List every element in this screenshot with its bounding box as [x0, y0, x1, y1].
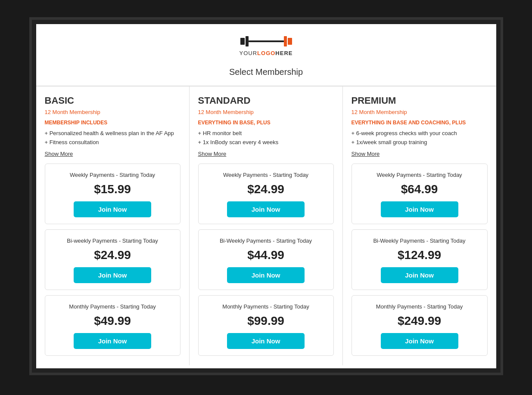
- pricing-cards-area: Weekly Payments - Starting Today $24.99 …: [198, 164, 334, 361]
- pricing-card-basic-weekly: Weekly Payments - Starting Today $15.99 …: [45, 164, 180, 224]
- logo-text: YOURLOGOHERE: [240, 50, 293, 56]
- svg-rect-2: [249, 40, 284, 42]
- pricing-card-standard-biweekly: Bi-Weekly Payments - Starting Today $44.…: [198, 229, 334, 290]
- pricing-card-title: Weekly Payments - Starting Today: [205, 172, 327, 178]
- plan-includes: EVERYTHING IN BASE, PLUS: [198, 120, 334, 126]
- plan-duration: 12 Month Membership: [352, 109, 488, 115]
- svg-rect-1: [246, 36, 249, 46]
- show-more-link[interactable]: Show More: [198, 151, 227, 157]
- logo-area: YOURLOGOHERE: [240, 33, 293, 56]
- plan-features: + 6-week progress checks with your coach…: [352, 129, 488, 147]
- pricing-card-standard-weekly: Weekly Payments - Starting Today $24.99 …: [198, 164, 334, 224]
- pricing-amount: $249.99: [358, 314, 481, 328]
- join-now-button-standard-monthly[interactable]: Join Now: [227, 333, 305, 349]
- plan-feature: + 1x InBody scan every 4 weeks: [198, 138, 334, 147]
- show-more-link[interactable]: Show More: [45, 151, 73, 157]
- pricing-card-premium-weekly: Weekly Payments - Starting Today $64.99 …: [352, 164, 488, 224]
- logo-icon: [240, 33, 292, 50]
- pricing-amount: $24.99: [205, 182, 327, 196]
- pricing-amount: $99.99: [205, 314, 327, 328]
- pricing-card-title: Weekly Payments - Starting Today: [358, 172, 481, 178]
- plan-duration: 12 Month Membership: [198, 109, 334, 115]
- page-title: Select Membership: [229, 61, 303, 81]
- plan-feature: + Fitness consultation: [45, 138, 180, 147]
- plan-feature: + HR monitor belt: [198, 129, 334, 138]
- pricing-amount: $15.99: [52, 182, 174, 196]
- pricing-amount: $24.99: [52, 248, 174, 262]
- pricing-card-basic-monthly: Monthly Payments - Starting Today $49.99…: [45, 295, 180, 356]
- plan-feature: + Personalized health & wellness plan in…: [45, 129, 180, 138]
- join-now-button-basic-biweekly[interactable]: Join Now: [74, 267, 151, 283]
- pricing-amount: $124.99: [358, 248, 481, 262]
- svg-rect-3: [284, 36, 287, 46]
- join-now-button-premium-weekly[interactable]: Join Now: [381, 201, 458, 217]
- pricing-card-title: Bi-weekly Payments - Starting Today: [52, 238, 174, 244]
- join-now-button-premium-monthly[interactable]: Join Now: [381, 333, 458, 349]
- plan-features: + HR monitor belt+ 1x InBody scan every …: [198, 129, 334, 147]
- join-now-button-basic-weekly[interactable]: Join Now: [74, 201, 151, 217]
- pricing-card-title: Weekly Payments - Starting Today: [52, 172, 174, 178]
- plan-name: BASIC: [45, 95, 180, 106]
- join-now-button-basic-monthly[interactable]: Join Now: [74, 333, 151, 349]
- svg-rect-4: [288, 38, 292, 45]
- pricing-card-title: Monthly Payments - Starting Today: [205, 303, 327, 310]
- join-now-button-premium-biweekly[interactable]: Join Now: [381, 267, 458, 283]
- pricing-card-premium-monthly: Monthly Payments - Starting Today $249.9…: [352, 295, 488, 356]
- pricing-cards-area: Weekly Payments - Starting Today $15.99 …: [45, 164, 180, 361]
- plan-col-premium: PREMIUM 12 Month Membership EVERYTHING I…: [343, 86, 496, 365]
- join-now-button-standard-weekly[interactable]: Join Now: [227, 201, 305, 217]
- plan-features: + Personalized health & wellness plan in…: [45, 129, 180, 147]
- plans-grid: BASIC 12 Month Membership MEMBERSHIP INC…: [36, 86, 496, 365]
- pricing-amount: $49.99: [52, 314, 174, 328]
- pricing-card-title: Monthly Payments - Starting Today: [358, 303, 481, 310]
- outer-container: YOURLOGOHERE Select Membership BASIC 12 …: [29, 17, 503, 375]
- plan-col-basic: BASIC 12 Month Membership MEMBERSHIP INC…: [36, 86, 190, 365]
- plan-feature: + 6-week progress checks with your coach: [352, 129, 488, 138]
- pricing-card-title: Bi-Weekly Payments - Starting Today: [358, 238, 481, 244]
- inner-container: YOURLOGOHERE Select Membership BASIC 12 …: [36, 24, 496, 368]
- plan-name: STANDARD: [198, 95, 334, 106]
- plan-includes: EVERYTHING IN BASE AND COACHING, PLUS: [352, 120, 488, 126]
- header: YOURLOGOHERE Select Membership: [36, 24, 496, 86]
- plan-duration: 12 Month Membership: [45, 109, 180, 115]
- plan-name: PREMIUM: [352, 95, 488, 106]
- pricing-cards-area: Weekly Payments - Starting Today $64.99 …: [352, 164, 488, 361]
- pricing-card-title: Bi-Weekly Payments - Starting Today: [205, 238, 327, 244]
- show-more-link[interactable]: Show More: [352, 151, 380, 157]
- plan-includes: MEMBERSHIP INCLUDES: [45, 120, 180, 126]
- pricing-amount: $44.99: [205, 248, 327, 262]
- pricing-card-basic-biweekly: Bi-weekly Payments - Starting Today $24.…: [45, 229, 180, 290]
- plan-feature: + 1x/week small group training: [352, 138, 488, 147]
- join-now-button-standard-biweekly[interactable]: Join Now: [227, 267, 305, 283]
- pricing-card-standard-monthly: Monthly Payments - Starting Today $99.99…: [198, 295, 334, 356]
- svg-rect-0: [240, 38, 245, 45]
- pricing-card-title: Monthly Payments - Starting Today: [52, 303, 174, 310]
- pricing-card-premium-biweekly: Bi-Weekly Payments - Starting Today $124…: [352, 229, 488, 290]
- plan-col-standard: STANDARD 12 Month Membership EVERYTHING …: [190, 86, 343, 365]
- pricing-amount: $64.99: [358, 182, 481, 196]
